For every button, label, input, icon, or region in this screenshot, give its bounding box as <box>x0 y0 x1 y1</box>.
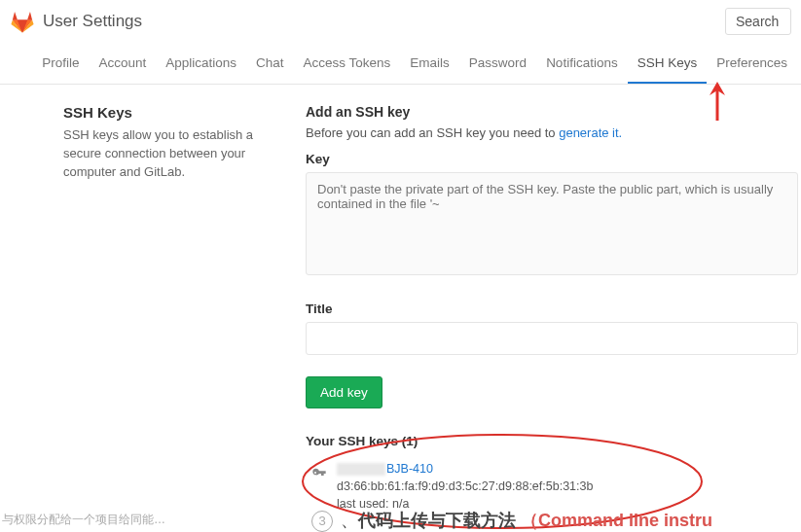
key-label: Key <box>306 152 801 166</box>
step-number-icon: 3 <box>311 511 333 532</box>
tab-account[interactable]: Account <box>89 45 156 84</box>
key-name-redacted <box>337 463 385 476</box>
search-input[interactable]: Search <box>725 8 791 35</box>
form-intro: Before you can add an SSH key you need t… <box>306 125 801 140</box>
ssh-keys-list: Your SSH keys (1) BJB-410 d3:66:bb:61:fa… <box>306 434 801 513</box>
content: SSH Keys SSH keys allow you to establish… <box>0 85 801 513</box>
tab-emails[interactable]: Emails <box>400 45 459 84</box>
keys-list-heading: Your SSH keys (1) <box>306 434 801 448</box>
tab-profile[interactable]: Profile <box>32 45 89 84</box>
page-title: User Settings <box>43 12 142 31</box>
step-en: （Command line instru <box>521 511 712 530</box>
intro-text: Before you can add an SSH key you need t… <box>306 125 559 140</box>
sidebar: SSH Keys SSH keys allow you to establish… <box>0 104 292 513</box>
main: Add an SSH key Before you can add an SSH… <box>292 104 801 513</box>
sidebar-heading: SSH Keys <box>63 104 273 121</box>
tab-preferences[interactable]: Preferences <box>707 45 797 84</box>
key-icon <box>311 466 327 484</box>
form-heading: Add an SSH key <box>306 104 801 120</box>
header: User Settings Search <box>0 0 801 39</box>
tab-chat[interactable]: Chat <box>246 45 294 84</box>
sidebar-description: SSH keys allow you to establish a secure… <box>63 126 273 182</box>
key-name[interactable]: BJB-410 <box>386 462 433 476</box>
tab-ssh-keys[interactable]: SSH Keys <box>628 45 708 84</box>
tab-password[interactable]: Password <box>459 45 536 84</box>
footer-overlay: 与权限分配给一个项目给同能… 3、代码上传与下载方法 （Command line… <box>0 503 801 532</box>
gitlab-logo <box>10 9 35 34</box>
generate-link[interactable]: generate it. <box>559 125 622 140</box>
footer-cn-text: 与权限分配给一个项目给同能… <box>2 512 165 528</box>
divider: 、 <box>341 511 358 530</box>
footer-step-heading: 3、代码上传与下载方法 （Command line instru <box>311 509 712 532</box>
add-key-button[interactable]: Add key <box>306 376 382 408</box>
tab-applications[interactable]: Applications <box>156 45 246 84</box>
key-textarea[interactable] <box>306 172 798 275</box>
title-label: Title <box>306 301 801 316</box>
key-fingerprint: d3:66:bb:61:fa:f9:d9:d3:5c:27:d9:88:ef:5… <box>337 478 593 495</box>
tab-access-tokens[interactable]: Access Tokens <box>294 45 401 84</box>
title-input[interactable] <box>306 322 798 355</box>
header-left: User Settings <box>10 9 142 34</box>
settings-tabs: Profile Account Applications Chat Access… <box>0 45 801 85</box>
tab-notifications[interactable]: Notifications <box>536 45 628 84</box>
step-cn: 代码上传与下载方法 <box>358 511 516 530</box>
